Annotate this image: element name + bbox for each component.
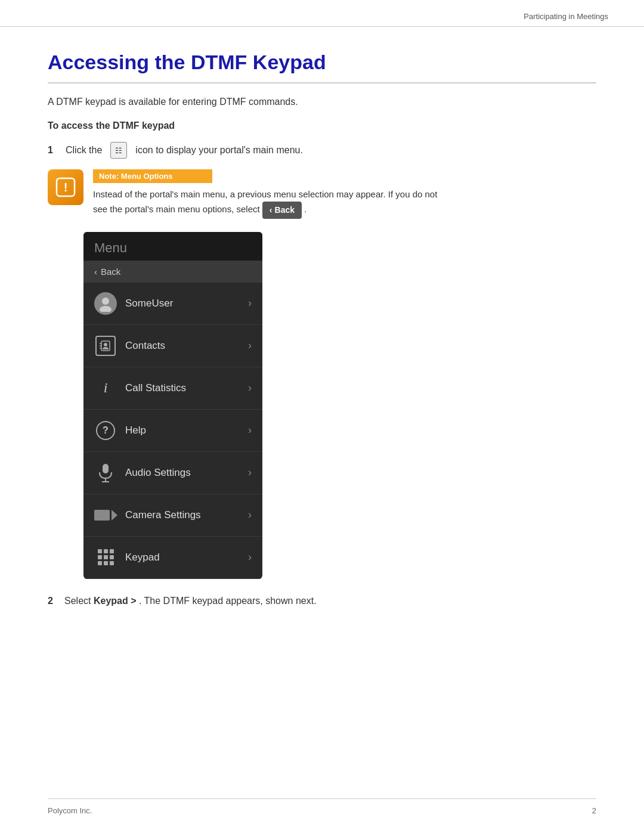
svg-point-5 (104, 343, 107, 346)
back-button-label: Back (275, 204, 295, 216)
help-label: Help (125, 425, 240, 436)
microphone-svg (97, 463, 114, 483)
keypad-arrow: › (248, 551, 252, 563)
step-2-suffix: . The DTMF keypad appears, shown next. (139, 596, 317, 606)
info-icon: i (94, 377, 117, 400)
note-box: ! Note: Menu Options Instead of the port… (48, 169, 596, 219)
menu-screenshot: Menu ‹ Back SomeUser › (83, 232, 262, 579)
back-button-inline[interactable]: ‹ Back (262, 202, 302, 219)
menu-item-help[interactable]: ? Help › (83, 410, 262, 452)
svg-point-3 (100, 306, 112, 312)
contacts-label: Contacts (125, 340, 240, 352)
step-1-number: 1 (48, 145, 60, 156)
camera-settings-label: Camera Settings (125, 509, 240, 521)
contacts-arrow: › (248, 339, 252, 352)
someuser-label: SomeUser (125, 298, 240, 309)
menu-title-bar: Menu (83, 232, 262, 261)
call-statistics-arrow: › (248, 382, 252, 394)
contacts-icon (94, 335, 117, 357)
step-1-row: 1 Click the ☷ icon to display your porta… (48, 142, 596, 159)
keypad-icon (94, 546, 117, 569)
note-text: Instead of the portal's main menu, a pre… (93, 188, 596, 219)
section-heading: To access the DTMF keypad (48, 120, 596, 131)
warning-icon: ! (55, 177, 76, 197)
menu-back-label: Back (101, 267, 120, 277)
footer-page-number: 2 (592, 806, 596, 815)
avatar-icon (94, 292, 117, 315)
menu-back-row[interactable]: ‹ Back (83, 261, 262, 283)
keypad-bold: Keypad > (94, 596, 137, 606)
step-2-text: Select Keypad > . The DTMF keypad appear… (64, 596, 317, 606)
menu-item-contacts[interactable]: Contacts › (83, 325, 262, 367)
note-body-1: Instead of the portal's main menu, a pre… (93, 189, 437, 199)
intro-text: A DTMF keypad is available for entering … (48, 97, 596, 107)
help-arrow: › (248, 424, 252, 436)
note-icon: ! (48, 169, 83, 205)
contacts-svg (100, 340, 112, 352)
svg-rect-9 (103, 464, 109, 473)
menu-title: Menu (94, 240, 252, 256)
note-content: Note: Menu Options Instead of the portal… (93, 169, 596, 219)
step-2-number: 2 (48, 596, 60, 606)
menu-item-call-statistics[interactable]: i Call Statistics › (83, 367, 262, 410)
keypad-label: Keypad (125, 552, 240, 563)
audio-settings-arrow: › (248, 466, 252, 479)
page-header: Participating in Meetings (0, 0, 644, 27)
mic-icon (94, 462, 117, 484)
user-avatar-svg (97, 295, 114, 312)
main-content: Accessing the DTMF Keypad A DTMF keypad … (0, 27, 644, 642)
audio-settings-label: Audio Settings (125, 467, 240, 479)
back-arrow-icon: ‹ (270, 204, 273, 216)
menu-item-someuser[interactable]: SomeUser › (83, 283, 262, 325)
footer-company: Polycom Inc. (48, 806, 92, 815)
camera-settings-arrow: › (248, 509, 252, 521)
page-title: Accessing the DTMF Keypad (48, 51, 596, 83)
menu-item-keypad[interactable]: Keypad › (83, 537, 262, 579)
menu-item-camera-settings[interactable]: Camera Settings › (83, 494, 262, 537)
step-1-prefix: Click the (66, 145, 102, 156)
camera-icon (94, 504, 117, 527)
note-body-2: see the portal's main menu options, sele… (93, 204, 260, 214)
breadcrumb: Participating in Meetings (524, 12, 608, 21)
page-footer: Polycom Inc. 2 (48, 798, 596, 815)
step-1: 1 Click the ☷ icon to display your porta… (48, 142, 596, 579)
menu-item-audio-settings[interactable]: Audio Settings › (83, 452, 262, 494)
menu-back-chevron: ‹ (94, 267, 97, 277)
note-period: . (304, 204, 306, 214)
note-title: Note: Menu Options (93, 169, 212, 183)
call-statistics-label: Call Statistics (125, 382, 240, 394)
step-1-suffix: icon to display your portal's main menu. (135, 145, 303, 156)
step-2: 2 Select Keypad > . The DTMF keypad appe… (48, 596, 596, 606)
svg-text:!: ! (64, 181, 68, 194)
help-icon: ? (94, 419, 117, 442)
svg-point-2 (102, 298, 109, 305)
menu-inline-icon: ☷ (110, 142, 127, 159)
someuser-arrow: › (248, 297, 252, 309)
